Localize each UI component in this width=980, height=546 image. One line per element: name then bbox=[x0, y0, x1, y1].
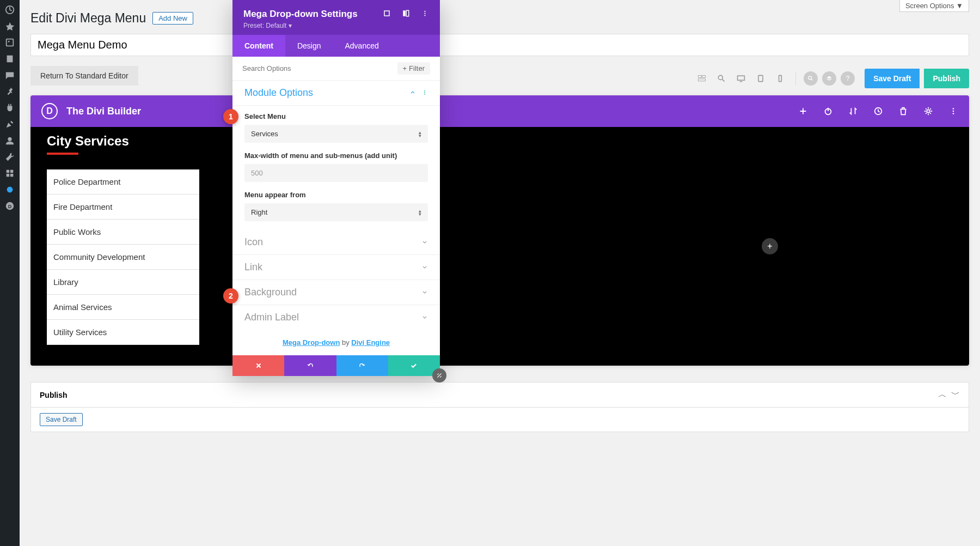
svg-point-34 bbox=[424, 13, 425, 14]
modal-title: Mega Drop-down Settings bbox=[243, 9, 358, 20]
wireframe-icon[interactable] bbox=[694, 71, 709, 86]
more-icon[interactable] bbox=[948, 106, 958, 116]
publish-metabox: Publish ︿ ﹀ Save Draft bbox=[30, 382, 969, 432]
preview-menu-item[interactable]: Library bbox=[47, 270, 199, 295]
expand-icon[interactable] bbox=[383, 9, 391, 20]
max-width-label: Max-width of menu and sub-menus (add uni… bbox=[244, 151, 428, 160]
svg-rect-20 bbox=[779, 75, 782, 81]
undo-button[interactable] bbox=[284, 355, 336, 376]
preview-menu-item[interactable]: Fire Department bbox=[47, 195, 199, 220]
media-icon[interactable] bbox=[4, 37, 15, 48]
return-standard-editor-button[interactable]: Return To Standard Editor bbox=[30, 66, 138, 86]
divi-builder-frame: D The Divi Builder City Services Police … bbox=[30, 95, 969, 366]
pages-icon[interactable] bbox=[4, 53, 15, 64]
svg-point-37 bbox=[424, 92, 425, 93]
svg-rect-31 bbox=[403, 10, 406, 16]
tab-advanced[interactable]: Advanced bbox=[333, 35, 390, 57]
users-icon[interactable] bbox=[4, 135, 15, 146]
divi-builder-header: D The Divi Builder bbox=[30, 95, 969, 127]
publish-box-toggle[interactable]: ︿ ﹀ bbox=[938, 389, 960, 401]
phone-icon[interactable] bbox=[773, 71, 788, 86]
section-background[interactable]: Background bbox=[244, 287, 428, 298]
add-new-button[interactable]: Add New bbox=[152, 12, 193, 25]
save-draft-button[interactable]: Save Draft bbox=[865, 69, 920, 88]
svg-point-26 bbox=[927, 110, 929, 112]
preview-menu-item[interactable]: Public Works bbox=[47, 220, 199, 245]
pin-icon[interactable] bbox=[4, 21, 15, 32]
tab-content[interactable]: Content bbox=[232, 35, 285, 57]
svg-point-33 bbox=[424, 10, 425, 11]
zoom-icon[interactable] bbox=[714, 71, 729, 86]
chevron-down-icon bbox=[421, 238, 428, 247]
dashboard-icon[interactable] bbox=[4, 4, 15, 15]
svg-rect-7 bbox=[7, 174, 9, 177]
section-icon[interactable]: Icon bbox=[244, 236, 428, 248]
preview-menu-item[interactable]: Police Department bbox=[47, 169, 199, 195]
publish-button[interactable]: Publish bbox=[924, 69, 969, 88]
divi-icon[interactable] bbox=[4, 184, 15, 195]
select-menu-dropdown[interactable]: Services ▴▾ bbox=[244, 125, 428, 143]
history-icon[interactable] bbox=[873, 106, 883, 116]
snap-icon[interactable] bbox=[402, 9, 410, 20]
main-content: Edit Divi Mega Menu Add New Return To St… bbox=[20, 0, 980, 432]
publish-box-title: Publish bbox=[40, 391, 68, 399]
sort-icon[interactable] bbox=[848, 106, 858, 116]
chevron-down-icon bbox=[421, 288, 428, 298]
appearance-icon[interactable] bbox=[4, 119, 15, 130]
divi-d-icon[interactable]: D bbox=[4, 201, 15, 211]
svg-rect-12 bbox=[699, 75, 702, 77]
svg-text:D: D bbox=[8, 204, 12, 209]
plugins-icon[interactable] bbox=[4, 102, 15, 113]
preview-menu-item[interactable]: Utility Services bbox=[47, 320, 199, 345]
search-options-input[interactable] bbox=[242, 64, 392, 72]
comments-icon[interactable] bbox=[4, 70, 15, 81]
chevron-up-icon[interactable]: ︿ bbox=[938, 389, 947, 401]
preview-heading: City Services bbox=[47, 134, 199, 153]
filter-button[interactable]: +Filter bbox=[397, 62, 430, 75]
resize-handle-icon[interactable] bbox=[432, 368, 446, 383]
tools-icon[interactable] bbox=[4, 151, 15, 162]
chevron-up-icon bbox=[409, 88, 416, 98]
section-admin-label[interactable]: Admin Label bbox=[244, 312, 428, 323]
svg-rect-1 bbox=[7, 39, 14, 46]
layers-circle-icon[interactable] bbox=[822, 71, 836, 86]
add-icon[interactable] bbox=[798, 106, 808, 116]
builder-toolbar: ? Save Draft Publish bbox=[694, 69, 969, 88]
divi-engine-link[interactable]: Divi Engine bbox=[351, 338, 390, 347]
chevron-down-icon bbox=[421, 313, 428, 323]
chevron-down-icon[interactable]: ﹀ bbox=[951, 389, 960, 401]
preview-menu-item[interactable]: Animal Services bbox=[47, 295, 199, 320]
help-circle-icon[interactable]: ? bbox=[841, 71, 855, 86]
section-module-options[interactable]: Module Options bbox=[244, 87, 428, 99]
cancel-button[interactable] bbox=[232, 355, 284, 376]
modal-footer-credit: Mega Drop-down by Divi Engine bbox=[232, 330, 440, 355]
mega-dropdown-link[interactable]: Mega Drop-down bbox=[283, 338, 340, 347]
svg-point-28 bbox=[953, 111, 954, 112]
redo-button[interactable] bbox=[336, 355, 388, 376]
trash-icon[interactable] bbox=[898, 106, 908, 116]
divi-preview-area: City Services Police DepartmentFire Depa… bbox=[30, 127, 969, 366]
tab-design[interactable]: Design bbox=[285, 35, 333, 57]
settings-icon[interactable] bbox=[4, 168, 15, 179]
svg-rect-19 bbox=[758, 75, 763, 81]
gear-icon[interactable] bbox=[923, 106, 933, 116]
more-vertical-icon[interactable] bbox=[421, 9, 429, 20]
appear-from-dropdown[interactable]: Right ▴▾ bbox=[244, 203, 428, 221]
save-draft-small-button[interactable]: Save Draft bbox=[40, 413, 83, 426]
svg-point-9 bbox=[7, 187, 13, 193]
menu-dots-icon[interactable] bbox=[421, 88, 428, 98]
desktop-icon[interactable] bbox=[733, 71, 749, 86]
pin2-icon[interactable] bbox=[4, 86, 15, 97]
power-icon[interactable] bbox=[823, 106, 833, 116]
section-link[interactable]: Link bbox=[244, 262, 428, 273]
max-width-input[interactable] bbox=[244, 164, 428, 182]
add-column-button[interactable]: + bbox=[762, 238, 778, 254]
search-circle-icon[interactable] bbox=[804, 71, 818, 86]
post-title-input[interactable] bbox=[30, 34, 969, 56]
svg-point-21 bbox=[808, 76, 812, 80]
tablet-icon[interactable] bbox=[753, 71, 768, 86]
select-arrows-icon: ▴▾ bbox=[419, 209, 421, 216]
preset-selector[interactable]: Preset: Default ▾ bbox=[243, 22, 429, 29]
svg-rect-13 bbox=[702, 75, 706, 77]
preview-menu-item[interactable]: Community Development bbox=[47, 245, 199, 270]
